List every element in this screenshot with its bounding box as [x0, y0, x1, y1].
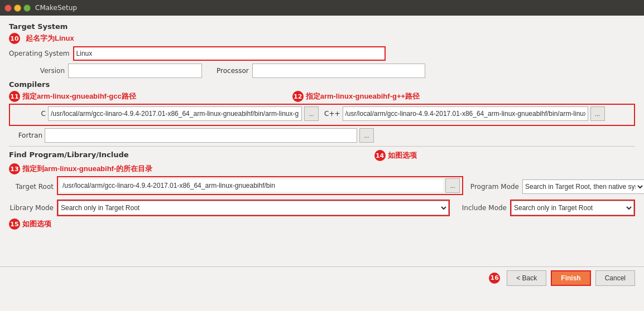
- annotation-11-text: 指定arm-linux-gnueabihf-gcc路径: [22, 91, 136, 101]
- os-label: Operating System: [9, 50, 70, 57]
- annotation-14-text: 如图选项: [388, 150, 417, 161]
- cancel-button[interactable]: Cancel: [595, 270, 635, 286]
- c-compiler-label: C: [12, 110, 46, 118]
- bottom-bar: 16 < Back Finish Cancel: [0, 266, 644, 289]
- annotation-11-badge: 11: [9, 91, 20, 102]
- fortran-input[interactable]: [45, 128, 357, 143]
- annotation-12-badge: 12: [292, 91, 304, 102]
- annotation-16-badge: 16: [489, 273, 500, 284]
- include-mode-label: Include Mode: [456, 204, 507, 212]
- annotation-10-badge: 10: [9, 33, 20, 44]
- library-mode-wrapper: Search only in Target Root Search in Tar…: [57, 200, 450, 216]
- find-program-label: Find Program/Library/Include: [9, 150, 129, 159]
- include-mode-wrapper: Search only in Target Root Search in Tar…: [510, 200, 635, 216]
- target-root-input[interactable]: [60, 179, 443, 192]
- c-compiler-input[interactable]: [48, 106, 302, 121]
- minimize-button[interactable]: [14, 4, 21, 12]
- fortran-browse-button[interactable]: ...: [359, 128, 374, 143]
- cpp-browse-button[interactable]: ...: [590, 106, 605, 121]
- annotation-14-badge: 14: [374, 150, 386, 161]
- back-button[interactable]: < Back: [507, 270, 546, 286]
- compilers-label: Compilers: [9, 80, 635, 89]
- target-root-browse-button[interactable]: ...: [445, 178, 460, 193]
- processor-input[interactable]: [252, 64, 425, 78]
- section-divider: [9, 146, 635, 147]
- annotation-15-text: 如图选项: [22, 219, 51, 229]
- processor-label: Processor: [217, 67, 249, 75]
- target-root-group: ...: [57, 176, 463, 195]
- compilers-block: C ... C++ ...: [9, 104, 635, 126]
- fortran-label: Fortran: [9, 132, 42, 139]
- annotation-15-badge: 15: [9, 218, 20, 230]
- version-input[interactable]: [68, 64, 202, 78]
- library-mode-label: Library Mode: [9, 204, 54, 212]
- cpp-compiler-label: C++: [324, 110, 340, 118]
- annotation-12-text: 指定arm-linux-gnueabihf-g++路径: [306, 91, 420, 101]
- maximize-button[interactable]: [23, 4, 31, 12]
- annotation-13-text: 指定到arm-linux-gnueabihf-的所在目录: [22, 164, 152, 174]
- finish-button[interactable]: Finish: [551, 270, 590, 286]
- close-button[interactable]: [4, 4, 12, 12]
- target-system-label: Target System: [9, 22, 635, 31]
- c-browse-button[interactable]: ...: [304, 106, 319, 121]
- main-content: Target System 10 起名字为Linux Operating Sys…: [0, 16, 644, 289]
- program-mode-label: Program Mode: [469, 183, 519, 191]
- include-mode-select[interactable]: Search only in Target Root Search in Tar…: [511, 201, 634, 215]
- library-mode-select[interactable]: Search only in Target Root Search in Tar…: [58, 201, 449, 215]
- target-root-label: Target Root: [9, 183, 54, 191]
- annotation-10-text: 起名字为Linux: [26, 33, 74, 43]
- version-label: Version: [9, 67, 65, 75]
- window-controls[interactable]: [4, 4, 31, 12]
- program-mode-select[interactable]: Search in Target Root, then native syste…: [522, 179, 644, 194]
- os-input[interactable]: [73, 46, 386, 61]
- title-bar: CMakeSetup: [0, 0, 644, 16]
- cpp-compiler-input[interactable]: [343, 106, 588, 121]
- annotation-13-badge: 13: [9, 163, 20, 174]
- window-title: CMakeSetup: [35, 4, 77, 12]
